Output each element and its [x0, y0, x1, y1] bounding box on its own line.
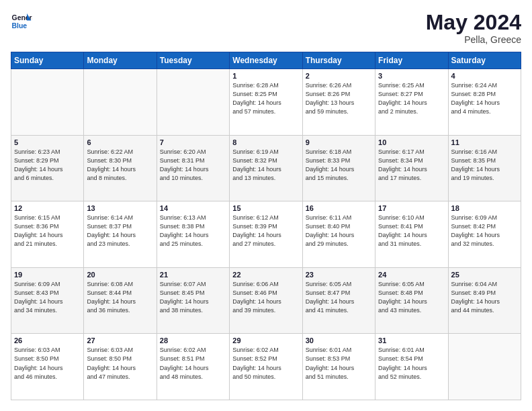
- day-number: 31: [378, 336, 445, 345]
- day-number: 10: [378, 138, 445, 146]
- day-info: Sunrise: 6:28 AM Sunset: 8:25 PM Dayligh…: [232, 81, 299, 116]
- day-info: Sunrise: 6:17 AM Sunset: 8:34 PM Dayligh…: [378, 148, 445, 183]
- day-number: 4: [451, 72, 518, 80]
- day-number: 19: [14, 271, 81, 279]
- calendar-week-1: 1Sunrise: 6:28 AM Sunset: 8:25 PM Daylig…: [11, 69, 521, 136]
- day-info: Sunrise: 6:02 AM Sunset: 8:51 PM Dayligh…: [160, 346, 226, 381]
- calendar-week-4: 19Sunrise: 6:09 AM Sunset: 8:43 PM Dayli…: [11, 267, 521, 334]
- day-number: 12: [14, 204, 81, 212]
- day-info: Sunrise: 6:22 AM Sunset: 8:30 PM Dayligh…: [87, 148, 153, 183]
- calendar-cell: 31Sunrise: 6:01 AM Sunset: 8:54 PM Dayli…: [375, 334, 448, 400]
- calendar-cell: 4Sunrise: 6:24 AM Sunset: 8:28 PM Daylig…: [448, 69, 521, 136]
- day-info: Sunrise: 6:09 AM Sunset: 8:42 PM Dayligh…: [451, 214, 518, 248]
- month-title: May 2024: [426, 11, 521, 34]
- day-info: Sunrise: 6:07 AM Sunset: 8:45 PM Dayligh…: [160, 280, 226, 315]
- day-number: 2: [306, 72, 372, 80]
- calendar-cell: 13Sunrise: 6:14 AM Sunset: 8:37 PM Dayli…: [84, 201, 157, 268]
- logo: General Blue: [11, 11, 32, 32]
- title-block: May 2024 Pella, Greece: [426, 11, 521, 45]
- calendar-cell: 17Sunrise: 6:10 AM Sunset: 8:41 PM Dayli…: [375, 201, 448, 268]
- page: General Blue May 2024 Pella, Greece Sund…: [0, 0, 532, 411]
- day-number: 28: [160, 336, 226, 345]
- day-number: 13: [87, 204, 153, 212]
- day-info: Sunrise: 6:12 AM Sunset: 8:39 PM Dayligh…: [232, 214, 299, 248]
- day-info: Sunrise: 6:11 AM Sunset: 8:40 PM Dayligh…: [306, 214, 372, 248]
- calendar-cell: [157, 69, 229, 136]
- location: Pella, Greece: [426, 34, 521, 45]
- day-number: 22: [232, 271, 299, 279]
- logo-icon: General Blue: [11, 11, 32, 32]
- day-number: 27: [87, 336, 153, 345]
- calendar-cell: 27Sunrise: 6:03 AM Sunset: 8:50 PM Dayli…: [84, 334, 157, 400]
- day-info: Sunrise: 6:23 AM Sunset: 8:29 PM Dayligh…: [14, 148, 81, 183]
- day-number: 29: [232, 336, 299, 345]
- day-info: Sunrise: 6:08 AM Sunset: 8:44 PM Dayligh…: [87, 280, 153, 315]
- calendar-cell: 14Sunrise: 6:13 AM Sunset: 8:38 PM Dayli…: [157, 201, 229, 268]
- day-info: Sunrise: 6:05 AM Sunset: 8:48 PM Dayligh…: [378, 280, 445, 315]
- calendar-cell: 1Sunrise: 6:28 AM Sunset: 8:25 PM Daylig…: [230, 69, 302, 136]
- day-number: 20: [87, 271, 153, 279]
- day-number: 16: [306, 204, 372, 212]
- day-number: 9: [306, 138, 372, 146]
- day-info: Sunrise: 6:10 AM Sunset: 8:41 PM Dayligh…: [378, 214, 445, 248]
- day-number: 7: [160, 138, 226, 146]
- calendar-cell: 23Sunrise: 6:05 AM Sunset: 8:47 PM Dayli…: [302, 267, 375, 334]
- day-info: Sunrise: 6:02 AM Sunset: 8:52 PM Dayligh…: [232, 346, 299, 381]
- day-number: 1: [232, 72, 299, 80]
- calendar-cell: [448, 334, 521, 400]
- day-info: Sunrise: 6:03 AM Sunset: 8:50 PM Dayligh…: [87, 346, 153, 381]
- weekday-header-row: Sunday Monday Tuesday Wednesday Thursday…: [11, 52, 521, 69]
- calendar-cell: 2Sunrise: 6:26 AM Sunset: 8:26 PM Daylig…: [302, 69, 375, 136]
- day-info: Sunrise: 6:05 AM Sunset: 8:47 PM Dayligh…: [306, 280, 372, 315]
- calendar-cell: 21Sunrise: 6:07 AM Sunset: 8:45 PM Dayli…: [157, 267, 229, 334]
- day-number: 3: [378, 72, 445, 80]
- calendar-cell: 28Sunrise: 6:02 AM Sunset: 8:51 PM Dayli…: [157, 334, 229, 400]
- calendar-week-5: 26Sunrise: 6:03 AM Sunset: 8:50 PM Dayli…: [11, 334, 521, 400]
- calendar-cell: 29Sunrise: 6:02 AM Sunset: 8:52 PM Dayli…: [230, 334, 302, 400]
- calendar-cell: 10Sunrise: 6:17 AM Sunset: 8:34 PM Dayli…: [375, 135, 448, 201]
- day-number: 17: [378, 204, 445, 212]
- calendar-cell: 18Sunrise: 6:09 AM Sunset: 8:42 PM Dayli…: [448, 201, 521, 268]
- calendar-cell: 8Sunrise: 6:19 AM Sunset: 8:32 PM Daylig…: [230, 135, 302, 201]
- calendar-cell: 16Sunrise: 6:11 AM Sunset: 8:40 PM Dayli…: [302, 201, 375, 268]
- day-number: 11: [451, 138, 518, 146]
- header-saturday: Saturday: [448, 52, 521, 69]
- header-friday: Friday: [375, 52, 448, 69]
- calendar-cell: 12Sunrise: 6:15 AM Sunset: 8:36 PM Dayli…: [11, 201, 84, 268]
- calendar-cell: 3Sunrise: 6:25 AM Sunset: 8:27 PM Daylig…: [375, 69, 448, 136]
- calendar-cell: 26Sunrise: 6:03 AM Sunset: 8:50 PM Dayli…: [11, 334, 84, 400]
- day-info: Sunrise: 6:26 AM Sunset: 8:26 PM Dayligh…: [306, 81, 372, 116]
- calendar-cell: 20Sunrise: 6:08 AM Sunset: 8:44 PM Dayli…: [84, 267, 157, 334]
- calendar-cell: 15Sunrise: 6:12 AM Sunset: 8:39 PM Dayli…: [230, 201, 302, 268]
- day-number: 26: [14, 336, 81, 345]
- calendar-cell: 11Sunrise: 6:16 AM Sunset: 8:35 PM Dayli…: [448, 135, 521, 201]
- day-info: Sunrise: 6:13 AM Sunset: 8:38 PM Dayligh…: [160, 214, 226, 248]
- calendar-cell: 7Sunrise: 6:20 AM Sunset: 8:31 PM Daylig…: [157, 135, 229, 201]
- calendar-cell: 30Sunrise: 6:01 AM Sunset: 8:53 PM Dayli…: [302, 334, 375, 400]
- day-info: Sunrise: 6:18 AM Sunset: 8:33 PM Dayligh…: [306, 148, 372, 183]
- day-info: Sunrise: 6:01 AM Sunset: 8:53 PM Dayligh…: [306, 346, 372, 381]
- calendar-week-3: 12Sunrise: 6:15 AM Sunset: 8:36 PM Dayli…: [11, 201, 521, 268]
- day-info: Sunrise: 6:06 AM Sunset: 8:46 PM Dayligh…: [232, 280, 299, 315]
- calendar-cell: 25Sunrise: 6:04 AM Sunset: 8:49 PM Dayli…: [448, 267, 521, 334]
- calendar-cell: 6Sunrise: 6:22 AM Sunset: 8:30 PM Daylig…: [84, 135, 157, 201]
- day-number: 8: [232, 138, 299, 146]
- day-number: 15: [232, 204, 299, 212]
- header-thursday: Thursday: [302, 52, 375, 69]
- day-info: Sunrise: 6:24 AM Sunset: 8:28 PM Dayligh…: [451, 81, 518, 116]
- header-sunday: Sunday: [11, 52, 84, 69]
- day-info: Sunrise: 6:19 AM Sunset: 8:32 PM Dayligh…: [232, 148, 299, 183]
- day-number: 30: [306, 336, 372, 345]
- header-tuesday: Tuesday: [157, 52, 229, 69]
- calendar-cell: 5Sunrise: 6:23 AM Sunset: 8:29 PM Daylig…: [11, 135, 84, 201]
- svg-text:Blue: Blue: [12, 22, 28, 30]
- day-info: Sunrise: 6:20 AM Sunset: 8:31 PM Dayligh…: [160, 148, 226, 183]
- day-number: 24: [378, 271, 445, 279]
- day-info: Sunrise: 6:04 AM Sunset: 8:49 PM Dayligh…: [451, 280, 518, 315]
- calendar-cell: 24Sunrise: 6:05 AM Sunset: 8:48 PM Dayli…: [375, 267, 448, 334]
- calendar-cell: [84, 69, 157, 136]
- day-info: Sunrise: 6:15 AM Sunset: 8:36 PM Dayligh…: [14, 214, 81, 248]
- header: General Blue May 2024 Pella, Greece: [11, 11, 521, 45]
- day-info: Sunrise: 6:09 AM Sunset: 8:43 PM Dayligh…: [14, 280, 81, 315]
- day-number: 5: [14, 138, 81, 146]
